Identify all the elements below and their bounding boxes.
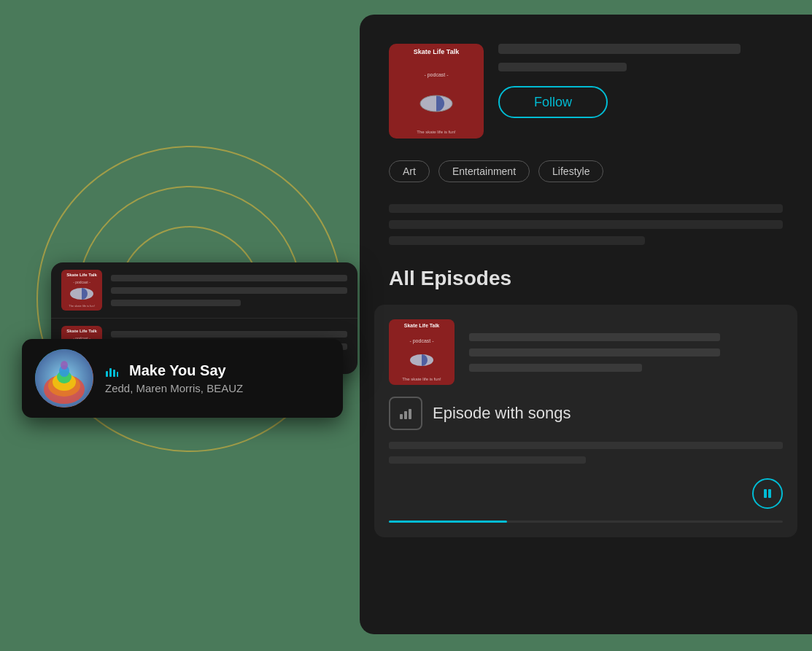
episode-card: Skate Life Talk - podcast - The skate li…: [374, 305, 797, 537]
play-controls: [389, 478, 783, 509]
svg-point-16: [61, 361, 68, 370]
fp-tagline-1: The skate life is fun!: [69, 304, 95, 308]
tag-entertainment[interactable]: Entertainment: [438, 160, 530, 182]
svg-rect-5: [409, 409, 411, 419]
ep-bar-2: [469, 348, 720, 356]
cover-pill-icon: [418, 93, 455, 114]
svg-rect-3: [400, 414, 403, 419]
cover-tagline: The skate life is fun!: [417, 130, 455, 134]
now-playing-title-row: Make You Say: [105, 362, 243, 379]
progress-bar-fill: [389, 521, 507, 523]
tag-art[interactable]: Art: [389, 160, 430, 182]
ep-cover-pill-icon: [409, 353, 435, 367]
now-playing-info: Make You Say Zedd, Maren Morris, BEAUZ: [105, 362, 243, 394]
album-art-svg: [35, 349, 93, 408]
svg-rect-6: [764, 489, 767, 498]
cover-title: Skate Life Talk: [414, 48, 459, 56]
podcast-title-bar: [498, 44, 741, 54]
fp-bar-long-1: [111, 275, 347, 281]
description-area: [360, 197, 812, 260]
pause-button[interactable]: [752, 478, 783, 509]
fp-cover-1: Skate Life Talk - podcast - The skate li…: [61, 270, 102, 311]
episode-info: [469, 319, 783, 385]
all-episodes-heading: All Episodes: [360, 260, 812, 305]
episode-songs-row: Episode with songs: [389, 397, 783, 430]
svg-rect-18: [109, 368, 112, 377]
cover-subtitle: - podcast -: [424, 72, 448, 77]
podcast-info: Follow: [498, 44, 783, 118]
tags-row: Art Entertainment Lifestyle: [360, 153, 812, 197]
ep-detail-bar-2: [389, 456, 586, 464]
episode-detail-bars: [389, 442, 783, 464]
tag-lifestyle[interactable]: Lifestyle: [538, 160, 603, 182]
desc-bar-1: [389, 204, 783, 213]
desc-bar-2: [389, 220, 783, 229]
ep-cover-subtitle: - podcast -: [409, 338, 433, 343]
now-playing-card[interactable]: Make You Say Zedd, Maren Morris, BEAUZ: [22, 339, 343, 418]
list-item[interactable]: Skate Life Talk - podcast - The skate li…: [51, 262, 357, 319]
now-playing-title: Make You Say: [129, 362, 226, 378]
fp-pill-icon-1: [69, 286, 95, 301]
bars-icon: [105, 364, 125, 378]
fp-cover-subtitle-1: - podcast -: [73, 280, 90, 284]
fp-bars-1: [111, 275, 347, 306]
ep-detail-bar-1: [389, 442, 783, 449]
ep-cover-title: Skate Life Talk: [404, 323, 440, 329]
main-panel: Skate Life Talk - podcast - The skate li…: [360, 15, 812, 634]
episode-cover-art: Skate Life Talk - podcast - The skate li…: [389, 319, 455, 385]
ep-bar-1: [469, 333, 720, 341]
ep-cover-tagline: The skate life is fun!: [402, 377, 441, 381]
episode-songs-title: Episode with songs: [433, 404, 571, 423]
svg-rect-20: [117, 372, 118, 377]
album-art: [35, 349, 93, 408]
podcast-header: Skate Life Talk - podcast - The skate li…: [360, 15, 812, 153]
podcast-cover-art: Skate Life Talk - podcast - The skate li…: [389, 44, 484, 139]
svg-rect-17: [106, 371, 108, 377]
fp-bar-long-3: [111, 331, 347, 338]
desc-bar-3: [389, 236, 645, 245]
now-playing-artist: Zedd, Maren Morris, BEAUZ: [105, 382, 243, 394]
progress-bar-track[interactable]: [389, 521, 783, 523]
episode-top: Skate Life Talk - podcast - The skate li…: [389, 319, 783, 385]
fp-bar-long-2: [111, 287, 347, 294]
music-icon: [389, 397, 422, 430]
fp-bar-short-1: [111, 300, 241, 306]
fp-cover-title-2: Skate Life Talk: [66, 329, 97, 333]
podcast-subtitle-bar: [498, 63, 627, 71]
follow-button[interactable]: Follow: [498, 86, 608, 118]
ep-bar-3: [469, 364, 642, 372]
svg-rect-7: [768, 489, 771, 498]
svg-rect-19: [113, 370, 115, 377]
fp-cover-title-1: Skate Life Talk: [66, 273, 97, 277]
svg-rect-4: [404, 411, 407, 419]
